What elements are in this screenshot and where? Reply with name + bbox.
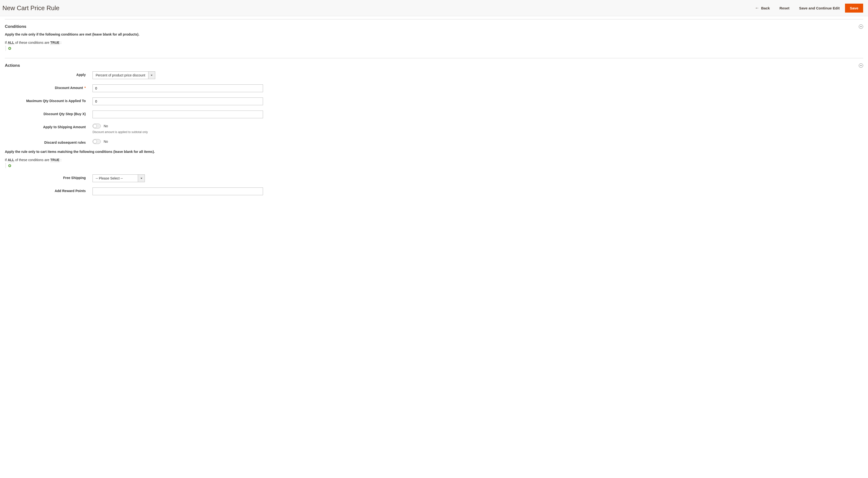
chevron-up-icon [859,63,863,68]
save-button[interactable]: Save [845,4,863,12]
page-title: New Cart Price Rule [2,4,60,12]
apply-shipping-row: Apply to Shipping Amount No Discount amo… [5,124,863,134]
cond-mid: of these conditions are [14,41,51,44]
back-button[interactable]: ← Back [750,3,774,12]
free-shipping-select-value: -- Please Select -- [93,175,138,182]
header-actions: ← Back Reset Save and Continue Edit Save [750,3,863,12]
max-qty-row: Maximum Qty Discount is Applied To [5,98,863,105]
conditions-title: Conditions [5,24,26,29]
apply-select[interactable]: Percent of product price discount [93,71,155,79]
arrow-left-icon: ← [755,6,759,10]
cond-suffix: : [60,41,62,44]
discount-amount-row: Discount Amount* [5,84,863,92]
cond-value[interactable]: TRUE [51,41,60,45]
apply-shipping-value: No [104,124,108,128]
act-suffix: : [60,158,62,162]
free-shipping-row: Free Shipping -- Please Select -- [5,174,863,182]
reset-button[interactable]: Reset [775,4,794,12]
discard-value: No [104,140,108,143]
discard-toggle[interactable] [93,139,101,144]
chevron-down-icon [148,72,155,79]
reward-points-row: Add Reward Points [5,187,863,195]
chevron-down-icon [138,175,145,182]
chevron-up-icon [859,25,863,29]
conditions-tree [6,46,863,51]
discard-row: Discard subsequent rules No [5,139,863,144]
conditions-rule-line: If ALL of these conditions are TRUE : [5,41,863,44]
actions-section-header[interactable]: Actions [5,58,863,71]
max-qty-label: Maximum Qty Discount is Applied To [5,98,93,103]
actions-title: Actions [5,63,20,68]
page-header: New Cart Price Rule ← Back Reset Save an… [0,0,868,16]
actions-body: Apply Percent of product price discount … [5,71,863,208]
apply-shipping-toggle[interactable] [93,124,101,129]
free-shipping-select[interactable]: -- Please Select -- [93,174,145,182]
cond-if: If [5,41,8,44]
conditions-body: Apply the rule only if the following con… [5,32,863,58]
free-shipping-label: Free Shipping [5,174,93,180]
apply-shipping-note: Discount amount is applied to subtotal o… [93,130,148,134]
apply-select-value: Percent of product price discount [93,72,148,79]
qty-step-input[interactable] [93,110,263,118]
cond-aggregator[interactable]: ALL [8,41,14,45]
max-qty-input[interactable] [93,98,263,105]
discount-amount-label: Discount Amount* [5,84,93,90]
apply-shipping-label: Apply to Shipping Amount [5,124,93,129]
discount-amount-input[interactable] [93,84,263,92]
apply-row: Apply Percent of product price discount [5,71,863,79]
act-if: If [5,158,8,162]
actions-rule-line: If ALL of these conditions are TRUE : [5,158,863,162]
save-continue-button[interactable]: Save and Continue Edit [795,4,844,12]
actions-tree [6,163,863,168]
qty-step-row: Discount Qty Step (Buy X) [5,110,863,118]
actions-items-help: Apply the rule only to cart items matchi… [5,150,863,153]
reward-points-input[interactable] [93,187,263,195]
act-value[interactable]: TRUE [51,158,60,162]
qty-step-label: Discount Qty Step (Buy X) [5,110,93,116]
add-condition-icon[interactable] [8,47,11,50]
act-aggregator[interactable]: ALL [8,158,14,162]
conditions-help: Apply the rule only if the following con… [5,32,863,36]
conditions-section-header[interactable]: Conditions [5,19,863,32]
add-action-condition-icon[interactable] [8,164,11,167]
back-label: Back [761,6,770,10]
act-mid: of these conditions are [14,158,51,162]
apply-label: Apply [5,71,93,77]
reward-points-label: Add Reward Points [5,187,93,193]
discard-label: Discard subsequent rules [5,139,93,144]
